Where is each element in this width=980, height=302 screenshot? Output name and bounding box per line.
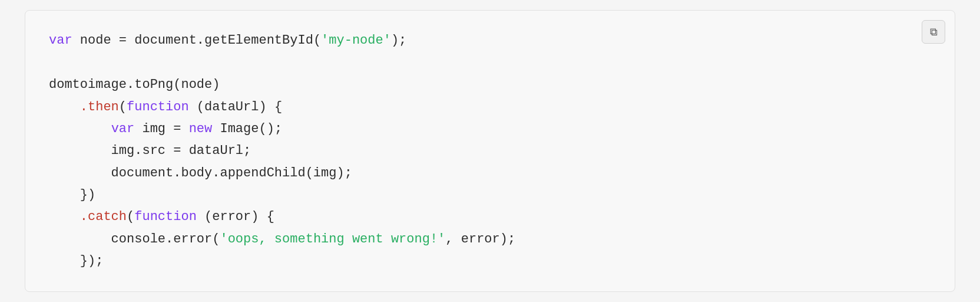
code-token: var [49, 33, 72, 48]
code-token: Image(); [212, 122, 282, 136]
code-token: img.src = dataUrl; [49, 143, 251, 158]
copy-button[interactable]: ⧉ [922, 20, 945, 44]
code-token: domtoimage.toPng(node) [49, 77, 220, 92]
code-line: .catch(function (error) { [49, 206, 931, 228]
code-token [49, 209, 80, 224]
code-line: document.body.appendChild(img); [49, 162, 931, 184]
code-content: var node = document.getElementById('my-n… [49, 29, 931, 272]
code-token: .catch [80, 209, 127, 224]
code-token: }) [49, 188, 95, 202]
code-token: }); [49, 254, 103, 268]
code-block-container: ⧉ var node = document.getElementById('my… [25, 10, 955, 291]
code-token: ( [127, 209, 134, 224]
code-line: console.error('oops, something went wron… [49, 228, 931, 250]
code-line: domtoimage.toPng(node) [49, 74, 931, 96]
code-line [49, 52, 931, 74]
code-line: var img = new Image(); [49, 118, 931, 140]
code-line: .then(function (dataUrl) { [49, 96, 931, 118]
code-line: }); [49, 250, 931, 272]
code-token: new [189, 122, 213, 136]
code-token: ( [119, 100, 127, 114]
code-line: var node = document.getElementById('my-n… [49, 29, 931, 51]
code-token [49, 122, 111, 136]
code-token: node = document.getElementById( [72, 33, 321, 48]
code-token: 'oops, something went wrong!' [220, 232, 445, 247]
code-line: img.src = dataUrl; [49, 140, 931, 162]
code-token: , error); [445, 232, 515, 247]
code-token: function [127, 100, 189, 114]
code-token: document.body.appendChild(img); [49, 166, 352, 180]
code-token: function [134, 209, 197, 224]
code-token: (dataUrl) { [189, 100, 282, 114]
code-line: }) [49, 184, 931, 206]
code-token [49, 100, 80, 114]
code-token: img = [134, 122, 188, 136]
code-token: 'my-node' [321, 33, 391, 48]
copy-icon: ⧉ [930, 26, 938, 38]
code-token: console.error( [49, 232, 220, 247]
code-token: ); [391, 33, 406, 48]
code-token: .then [80, 100, 119, 114]
code-token: var [111, 122, 135, 136]
code-token: (error) { [197, 209, 274, 224]
